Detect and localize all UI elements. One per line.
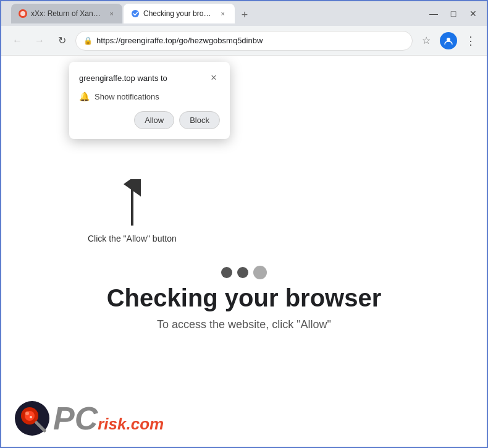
- dot-1: [221, 267, 232, 278]
- tab2-close-button[interactable]: ×: [218, 9, 227, 19]
- back-button[interactable]: ←: [9, 32, 26, 49]
- url-text: https://greengiraffe.top/go/hezwgobsmq5d…: [96, 36, 405, 45]
- pc-label: PC: [53, 402, 98, 434]
- popup-buttons: Allow Block: [79, 111, 220, 129]
- lock-icon: 🔒: [83, 36, 93, 45]
- notification-popup: greengiraffe.top wants to × 🔔 Show notif…: [69, 62, 230, 139]
- new-tab-button[interactable]: +: [236, 6, 253, 23]
- tab1-favicon: [19, 9, 27, 18]
- main-heading: Checking your browser: [107, 284, 382, 312]
- browser-window: xXx: Return of Xander Cage : 12 × Checki…: [0, 0, 488, 448]
- address-bar: ← → ↻ 🔒 https://greengiraffe.top/go/hezw…: [1, 26, 487, 56]
- tab-1[interactable]: xXx: Return of Xander Cage : 12 ×: [11, 4, 122, 23]
- arrow-up-icon: [117, 179, 148, 229]
- loading-dots: [221, 266, 267, 279]
- refresh-button[interactable]: ↻: [53, 32, 70, 49]
- dot-3: [253, 266, 267, 279]
- pcrisk-text: PC risk.com: [53, 402, 164, 434]
- svg-point-1: [132, 10, 139, 17]
- profile-button[interactable]: [440, 32, 457, 49]
- sub-heading: To access the website, click "Allow": [157, 318, 331, 331]
- popup-title: greengiraffe.top wants to: [79, 74, 167, 83]
- bell-icon: 🔔: [79, 91, 90, 101]
- title-bar: xXx: Return of Xander Cage : 12 × Checki…: [1, 1, 487, 26]
- menu-button[interactable]: ⋮: [462, 32, 479, 49]
- tabs-area: xXx: Return of Xander Cage : 12 × Checki…: [11, 4, 423, 23]
- popup-header: greengiraffe.top wants to ×: [79, 72, 220, 84]
- pcrisk-logo: PC risk.com: [14, 400, 164, 437]
- close-window-button[interactable]: ✕: [465, 5, 482, 22]
- popup-close-button[interactable]: ×: [208, 72, 220, 84]
- risk-label: risk.com: [98, 415, 164, 434]
- window-controls: — □ ✕: [425, 5, 482, 22]
- maximize-button[interactable]: □: [445, 5, 462, 22]
- svg-point-10: [30, 416, 32, 418]
- dot-2: [237, 267, 248, 278]
- tab1-title: xXx: Return of Xander Cage : 12: [31, 9, 103, 18]
- bookmark-button[interactable]: ☆: [418, 32, 435, 49]
- tab2-title: Checking your browser: [143, 9, 213, 18]
- tab2-favicon: [131, 9, 140, 18]
- svg-point-2: [447, 38, 450, 41]
- address-input[interactable]: 🔒 https://greengiraffe.top/go/hezwgobsmq…: [75, 31, 413, 51]
- arrow-area: Click the "Allow" button: [88, 179, 177, 243]
- svg-point-0: [20, 11, 25, 16]
- tab-2[interactable]: Checking your browser ×: [124, 4, 235, 23]
- svg-point-8: [25, 412, 29, 415]
- allow-button[interactable]: Allow: [134, 111, 174, 129]
- popup-permission: 🔔 Show notifications: [79, 91, 220, 101]
- permission-text: Show notifications: [95, 92, 159, 101]
- minimize-button[interactable]: —: [425, 5, 442, 22]
- click-instruction: Click the "Allow" button: [88, 234, 177, 243]
- pcrisk-icon: [14, 400, 51, 437]
- block-button[interactable]: Block: [179, 111, 220, 129]
- tab1-close-button[interactable]: ×: [108, 9, 115, 19]
- forward-button[interactable]: →: [31, 32, 48, 49]
- page-content: greengiraffe.top wants to × 🔔 Show notif…: [1, 56, 487, 447]
